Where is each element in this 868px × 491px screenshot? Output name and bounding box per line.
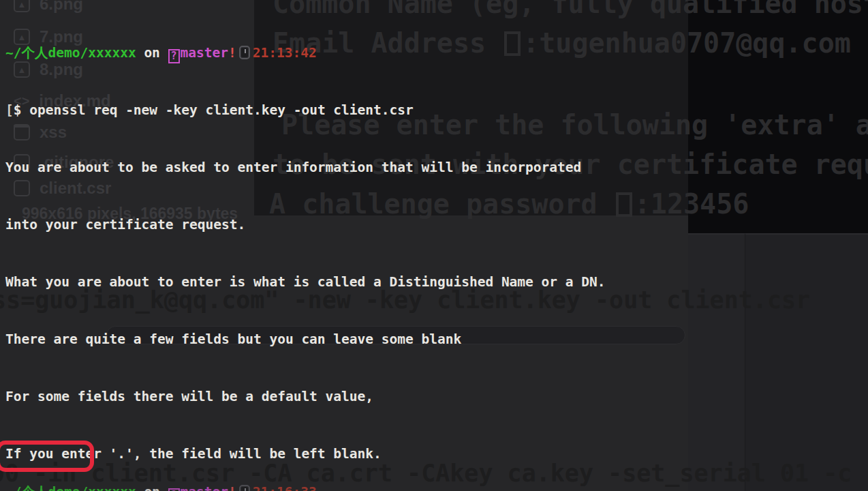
prompt-on: on [144,45,159,61]
prompt-on: on [144,484,159,491]
git-question-icon: ? [168,49,180,63]
prompt-bracket: [ [5,102,14,118]
annotation-highlight-box [0,441,94,472]
git-branch: master [181,45,228,61]
prompt-path: ~/个人demo/xxxxxx [5,484,136,491]
prompt-line-partial: ~/个人demo/xxxxxx on ?master!21:16:33 [5,483,317,491]
git-dirty-flag: ! [228,484,236,491]
prompt-dollar: $ [14,102,22,118]
output-line: If you enter '.', the field will be left… [5,445,645,464]
watch-icon [239,485,250,491]
command-line: [$ openssl req -new -key client.key -out… [5,101,645,120]
watch-icon [239,46,250,59]
git-question-icon: ? [168,488,180,491]
git-dirty-flag: ! [228,45,236,61]
command-text: openssl req -new -key client.key -out cl… [29,102,414,118]
output-line: You are about to be asked to enter infor… [5,158,645,177]
prompt-path: ~/个人demo/xxxxxx [5,45,136,61]
background-window-panel [745,233,868,491]
prompt-time: 21:13:42 [253,45,317,61]
output-line: There are quite a few fields but you can… [5,330,645,349]
output-line: into your certificate request. [5,215,645,235]
prompt-line: ~/个人demo/xxxxxx on ?master!21:13:42 [5,44,645,63]
prompt-time: 21:16:33 [253,484,317,491]
terminal-output: ~/个人demo/xxxxxx on ?master!21:13:42 [$ o… [5,5,645,491]
background-window-panel [688,233,745,491]
output-line: What you are about to enter is what is c… [5,273,645,292]
output-line: For some fields there will be a default … [5,387,645,406]
git-branch: master [181,484,228,491]
